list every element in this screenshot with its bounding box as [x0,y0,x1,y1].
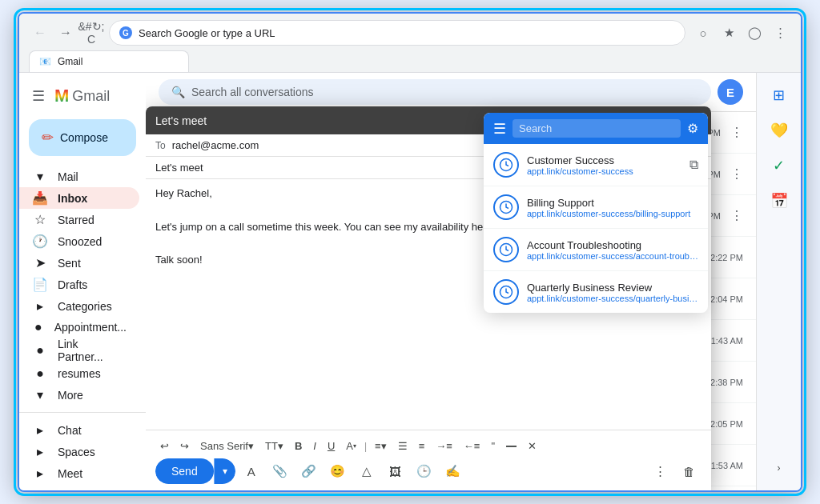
dropdown-item-text: Billing Support appt.link/customer-succe… [527,197,698,218]
redo-button[interactable]: ↪ [175,437,194,455]
align-button[interactable]: ≡ ▾ [370,437,392,455]
insert-image-button[interactable]: 🖼 [383,458,408,484]
hamburger-icon[interactable]: ☰ [32,87,45,105]
extensions-button[interactable]: ○ [692,22,714,44]
gmail-header: ☰ M Gmail [19,79,146,116]
compose-actions-right: ⋮ 🗑 [647,458,701,484]
schedule-button[interactable]: 🕒 [412,458,437,484]
sidebar-spaces-label: Spaces [58,446,95,458]
address-text: Search Google or type a URL [139,27,275,39]
emoji-button[interactable]: 😊 [325,458,351,484]
send-button[interactable]: Send [155,458,214,484]
email-time: 11:43 AM [706,336,743,346]
copy-link-icon[interactable]: ⧉ [689,158,698,172]
sidebar-item-resumes[interactable]: ● resumes [19,363,139,384]
sidebar-item-link-partners[interactable]: ● Link Partner... [19,338,139,363]
attach-file-button[interactable]: 📎 [267,458,293,484]
sidebar-item-categories[interactable]: ▸ Categories [19,295,139,317]
dropdown-item-url: appt.link/customer-success [527,166,681,176]
dropdown-item-customer-success[interactable]: Customer Success appt.link/customer-succ… [484,144,708,186]
categories-arrow-icon: ▸ [32,298,48,314]
right-panel-expand-icon[interactable]: › [763,452,795,484]
resumes-icon: ● [32,366,48,381]
sidebar-item-drafts[interactable]: 📄 Drafts [19,274,139,295]
dropdown-item-troubleshooting[interactable]: Account Troubleshooting appt.link/custom… [484,229,708,271]
drive-button[interactable]: △ [354,458,380,484]
gmail-tab[interactable]: 📧 Gmail [29,50,189,72]
sidebar-item-sent[interactable]: ➤ Sent [19,252,139,274]
calendar-button[interactable]: 📅 [763,185,795,217]
clear-format-button[interactable]: ✕ [523,437,541,455]
search-bar[interactable]: 🔍 Search all conversations [159,79,711,105]
signature-button[interactable]: ✍ [440,458,466,484]
dropdown-header: ☰ ⚙ [484,113,708,144]
sidebar-item-appointments[interactable]: ● Appointment... [19,317,139,338]
text-format-icon-button[interactable]: A [239,458,264,484]
dropdown-item-quarterly-review[interactable]: Quarterly Business Review appt.link/cust… [484,271,708,313]
delete-draft-button[interactable]: 🗑 [676,458,701,484]
sidebar-item-meet[interactable]: ▸ Meet [19,462,139,484]
quote-button[interactable]: " [486,437,500,455]
dropdown-item-url: appt.link/customer-success/quarterly-bus… [527,294,698,303]
outdent-button[interactable]: ←≡ [459,437,485,455]
forward-button[interactable]: → [54,22,77,44]
sidebar-item-snoozed[interactable]: 🕐 Snoozed [19,230,139,252]
sidebar-mail-label: Mail [58,170,78,183]
sidebar-item-inbox[interactable]: 📥 Inbox [19,187,139,209]
google-apps-button[interactable]: ⊞ [763,79,795,111]
back-button[interactable]: ← [29,22,51,44]
inbox-icon: 📥 [32,190,48,206]
tasks-button[interactable]: ✓ [763,150,795,182]
compose-pencil-icon: ✏ [42,129,54,146]
font-family-button[interactable]: Sans Serif ▾ [195,437,259,455]
browser-actions: ○ ★ ◯ ⋮ [692,22,791,44]
starred-icon: ☆ [32,212,48,227]
bookmark-button[interactable]: ★ [718,22,740,44]
indent-button[interactable]: →≡ [431,437,457,455]
strikethrough-button[interactable]: — [501,437,521,455]
profile-button[interactable]: ◯ [743,22,766,44]
underline-button[interactable]: U [323,437,340,455]
dropdown-item-text: Quarterly Business Review appt.link/cust… [527,282,698,303]
dropdown-item-url: appt.link/customer-success/account-troub… [527,251,698,261]
dropdown-search-input[interactable] [512,119,681,138]
sidebar-divider [19,412,146,413]
bold-button[interactable]: B [290,437,307,455]
text-color-button[interactable]: A▾ [341,437,361,455]
appointment-icon [493,152,519,178]
dropdown-menu-icon[interactable]: ☰ [493,120,506,138]
unordered-list-button[interactable]: ≡ [414,437,430,455]
more-options-button[interactable]: ⋮ [647,458,673,484]
gmail-m-icon: M [54,86,69,106]
compose-button[interactable]: ✏ Compose [29,119,136,156]
insert-link-button[interactable]: 🔗 [296,458,322,484]
italic-button[interactable]: I [308,437,321,455]
send-dropdown-button[interactable]: ▾ [214,458,235,484]
sidebar-inbox-label: Inbox [58,192,87,205]
sidebar-resumes-label: resumes [58,367,101,380]
account-button[interactable]: E [718,79,743,105]
sidebar-meet-label: Meet [58,467,82,480]
email-options-icon[interactable]: ⋮ [730,208,743,223]
font-size-button[interactable]: TT ▾ [260,437,288,455]
snoozed-icon: 🕐 [32,234,48,249]
reload-button[interactable]: &#↻; C [80,22,102,44]
toolbar-separator: | [364,441,367,452]
tab-title: Gmail [58,56,82,67]
dropdown-item-title: Customer Success [527,154,681,166]
app-content: ☰ M Gmail ✏ Compose ▾ Mail 📥 Inbox ☆ S [19,73,801,490]
sidebar-item-spaces[interactable]: ▸ Spaces [19,441,139,462]
dropdown-item-billing[interactable]: Billing Support appt.link/customer-succe… [484,186,708,229]
keep-button[interactable]: 💛 [763,114,795,146]
menu-button[interactable]: ⋮ [769,22,791,44]
sidebar-item-starred[interactable]: ☆ Starred [19,209,139,230]
undo-button[interactable]: ↩ [155,437,174,455]
dropdown-settings-icon[interactable]: ⚙ [687,121,698,136]
ordered-list-button[interactable]: ☰ [393,437,412,455]
email-options-icon[interactable]: ⋮ [730,166,743,182]
address-bar[interactable]: G Search Google or type a URL [109,20,685,46]
sidebar-item-more[interactable]: ▾ More [19,384,139,406]
sidebar-starred-label: Starred [58,214,94,226]
sidebar-item-chat[interactable]: ▸ Chat [19,419,139,441]
email-options-icon[interactable]: ⋮ [730,125,743,140]
